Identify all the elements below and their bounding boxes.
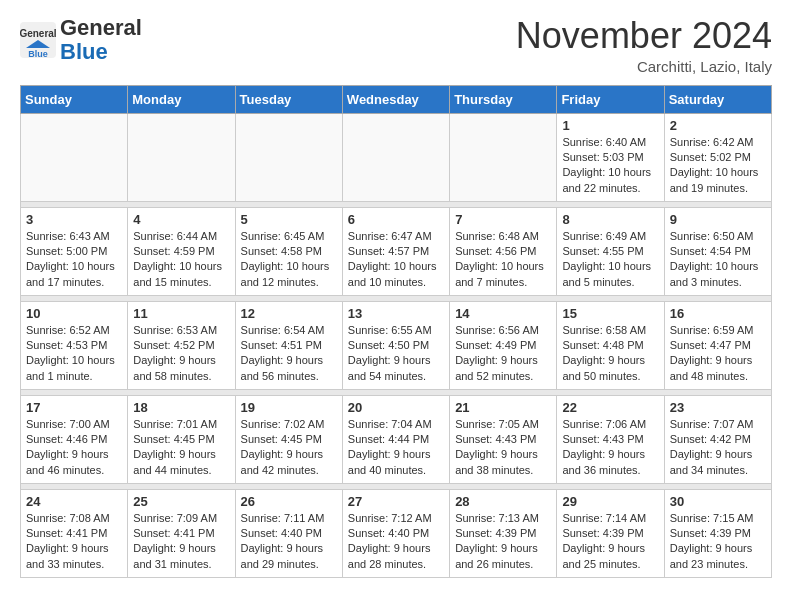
day-cell-w4-d1: 25Sunrise: 7:09 AMSunset: 4:41 PMDayligh… [128, 489, 235, 577]
day-info-w4-d0: Sunrise: 7:08 AMSunset: 4:41 PMDaylight:… [26, 511, 122, 573]
week-row-2: 10Sunrise: 6:52 AMSunset: 4:53 PMDayligh… [21, 301, 772, 389]
day-cell-w3-d4: 21Sunrise: 7:05 AMSunset: 4:43 PMDayligh… [450, 395, 557, 483]
day-cell-w3-d0: 17Sunrise: 7:00 AMSunset: 4:46 PMDayligh… [21, 395, 128, 483]
day-info-w3-d2: Sunrise: 7:02 AMSunset: 4:45 PMDaylight:… [241, 417, 337, 479]
day-info-w3-d0: Sunrise: 7:00 AMSunset: 4:46 PMDaylight:… [26, 417, 122, 479]
day-number-w4-d6: 30 [670, 494, 766, 509]
day-number-w3-d4: 21 [455, 400, 551, 415]
day-number-w4-d1: 25 [133, 494, 229, 509]
day-info-w3-d6: Sunrise: 7:07 AMSunset: 4:42 PMDaylight:… [670, 417, 766, 479]
day-info-w3-d1: Sunrise: 7:01 AMSunset: 4:45 PMDaylight:… [133, 417, 229, 479]
day-number-w3-d3: 20 [348, 400, 444, 415]
day-number-w1-d0: 3 [26, 212, 122, 227]
svg-text:Blue: Blue [28, 49, 48, 58]
day-info-w3-d3: Sunrise: 7:04 AMSunset: 4:44 PMDaylight:… [348, 417, 444, 479]
day-cell-w3-d5: 22Sunrise: 7:06 AMSunset: 4:43 PMDayligh… [557, 395, 664, 483]
day-info-w1-d0: Sunrise: 6:43 AMSunset: 5:00 PMDaylight:… [26, 229, 122, 291]
day-number-w0-d6: 2 [670, 118, 766, 133]
day-cell-w1-d5: 8Sunrise: 6:49 AMSunset: 4:55 PMDaylight… [557, 207, 664, 295]
day-number-w2-d2: 12 [241, 306, 337, 321]
day-cell-w0-d4 [450, 113, 557, 201]
calendar: Sunday Monday Tuesday Wednesday Thursday… [20, 85, 772, 578]
day-cell-w1-d6: 9Sunrise: 6:50 AMSunset: 4:54 PMDaylight… [664, 207, 771, 295]
day-info-w1-d6: Sunrise: 6:50 AMSunset: 4:54 PMDaylight:… [670, 229, 766, 291]
day-cell-w0-d2 [235, 113, 342, 201]
col-friday: Friday [557, 85, 664, 113]
day-cell-w0-d6: 2Sunrise: 6:42 AMSunset: 5:02 PMDaylight… [664, 113, 771, 201]
day-number-w3-d6: 23 [670, 400, 766, 415]
location: Carchitti, Lazio, Italy [516, 58, 772, 75]
day-info-w4-d6: Sunrise: 7:15 AMSunset: 4:39 PMDaylight:… [670, 511, 766, 573]
day-number-w4-d5: 29 [562, 494, 658, 509]
day-cell-w0-d3 [342, 113, 449, 201]
day-number-w3-d2: 19 [241, 400, 337, 415]
day-info-w4-d5: Sunrise: 7:14 AMSunset: 4:39 PMDaylight:… [562, 511, 658, 573]
col-sunday: Sunday [21, 85, 128, 113]
day-cell-w4-d2: 26Sunrise: 7:11 AMSunset: 4:40 PMDayligh… [235, 489, 342, 577]
day-cell-w4-d6: 30Sunrise: 7:15 AMSunset: 4:39 PMDayligh… [664, 489, 771, 577]
week-row-3: 17Sunrise: 7:00 AMSunset: 4:46 PMDayligh… [21, 395, 772, 483]
day-cell-w2-d3: 13Sunrise: 6:55 AMSunset: 4:50 PMDayligh… [342, 301, 449, 389]
col-monday: Monday [128, 85, 235, 113]
day-info-w4-d4: Sunrise: 7:13 AMSunset: 4:39 PMDaylight:… [455, 511, 551, 573]
month-title: November 2024 [516, 16, 772, 56]
day-info-w2-d0: Sunrise: 6:52 AMSunset: 4:53 PMDaylight:… [26, 323, 122, 385]
day-info-w3-d5: Sunrise: 7:06 AMSunset: 4:43 PMDaylight:… [562, 417, 658, 479]
col-thursday: Thursday [450, 85, 557, 113]
day-number-w1-d3: 6 [348, 212, 444, 227]
day-number-w3-d0: 17 [26, 400, 122, 415]
day-cell-w3-d3: 20Sunrise: 7:04 AMSunset: 4:44 PMDayligh… [342, 395, 449, 483]
day-cell-w1-d0: 3Sunrise: 6:43 AMSunset: 5:00 PMDaylight… [21, 207, 128, 295]
day-number-w4-d3: 27 [348, 494, 444, 509]
day-info-w1-d4: Sunrise: 6:48 AMSunset: 4:56 PMDaylight:… [455, 229, 551, 291]
day-number-w2-d5: 15 [562, 306, 658, 321]
day-number-w1-d1: 4 [133, 212, 229, 227]
day-number-w1-d4: 7 [455, 212, 551, 227]
logo-area: General Blue GeneralBlue [20, 16, 142, 64]
day-cell-w1-d3: 6Sunrise: 6:47 AMSunset: 4:57 PMDaylight… [342, 207, 449, 295]
day-cell-w3-d2: 19Sunrise: 7:02 AMSunset: 4:45 PMDayligh… [235, 395, 342, 483]
day-info-w2-d1: Sunrise: 6:53 AMSunset: 4:52 PMDaylight:… [133, 323, 229, 385]
day-info-w0-d5: Sunrise: 6:40 AMSunset: 5:03 PMDaylight:… [562, 135, 658, 197]
day-cell-w1-d1: 4Sunrise: 6:44 AMSunset: 4:59 PMDaylight… [128, 207, 235, 295]
day-cell-w2-d6: 16Sunrise: 6:59 AMSunset: 4:47 PMDayligh… [664, 301, 771, 389]
logo-text: GeneralBlue [60, 16, 142, 64]
day-info-w2-d3: Sunrise: 6:55 AMSunset: 4:50 PMDaylight:… [348, 323, 444, 385]
week-row-1: 3Sunrise: 6:43 AMSunset: 5:00 PMDaylight… [21, 207, 772, 295]
day-cell-w2-d5: 15Sunrise: 6:58 AMSunset: 4:48 PMDayligh… [557, 301, 664, 389]
day-info-w2-d5: Sunrise: 6:58 AMSunset: 4:48 PMDaylight:… [562, 323, 658, 385]
day-cell-w4-d5: 29Sunrise: 7:14 AMSunset: 4:39 PMDayligh… [557, 489, 664, 577]
day-number-w2-d4: 14 [455, 306, 551, 321]
day-info-w4-d2: Sunrise: 7:11 AMSunset: 4:40 PMDaylight:… [241, 511, 337, 573]
col-tuesday: Tuesday [235, 85, 342, 113]
svg-text:General: General [20, 28, 56, 39]
day-number-w2-d3: 13 [348, 306, 444, 321]
day-cell-w4-d3: 27Sunrise: 7:12 AMSunset: 4:40 PMDayligh… [342, 489, 449, 577]
title-area: November 2024 Carchitti, Lazio, Italy [516, 16, 772, 75]
day-cell-w1-d4: 7Sunrise: 6:48 AMSunset: 4:56 PMDaylight… [450, 207, 557, 295]
logo-icon: General Blue [20, 22, 56, 58]
day-info-w1-d2: Sunrise: 6:45 AMSunset: 4:58 PMDaylight:… [241, 229, 337, 291]
day-cell-w3-d6: 23Sunrise: 7:07 AMSunset: 4:42 PMDayligh… [664, 395, 771, 483]
day-number-w2-d1: 11 [133, 306, 229, 321]
day-cell-w0-d1 [128, 113, 235, 201]
day-cell-w1-d2: 5Sunrise: 6:45 AMSunset: 4:58 PMDaylight… [235, 207, 342, 295]
day-info-w1-d5: Sunrise: 6:49 AMSunset: 4:55 PMDaylight:… [562, 229, 658, 291]
day-number-w4-d4: 28 [455, 494, 551, 509]
day-cell-w0-d0 [21, 113, 128, 201]
day-number-w4-d2: 26 [241, 494, 337, 509]
day-info-w3-d4: Sunrise: 7:05 AMSunset: 4:43 PMDaylight:… [455, 417, 551, 479]
day-number-w2-d0: 10 [26, 306, 122, 321]
day-cell-w0-d5: 1Sunrise: 6:40 AMSunset: 5:03 PMDaylight… [557, 113, 664, 201]
header: General Blue GeneralBlue November 2024 C… [20, 16, 772, 75]
day-number-w0-d5: 1 [562, 118, 658, 133]
col-saturday: Saturday [664, 85, 771, 113]
day-info-w2-d2: Sunrise: 6:54 AMSunset: 4:51 PMDaylight:… [241, 323, 337, 385]
day-number-w3-d5: 22 [562, 400, 658, 415]
col-wednesday: Wednesday [342, 85, 449, 113]
day-info-w4-d3: Sunrise: 7:12 AMSunset: 4:40 PMDaylight:… [348, 511, 444, 573]
day-number-w1-d6: 9 [670, 212, 766, 227]
day-number-w3-d1: 18 [133, 400, 229, 415]
day-cell-w4-d4: 28Sunrise: 7:13 AMSunset: 4:39 PMDayligh… [450, 489, 557, 577]
day-number-w2-d6: 16 [670, 306, 766, 321]
